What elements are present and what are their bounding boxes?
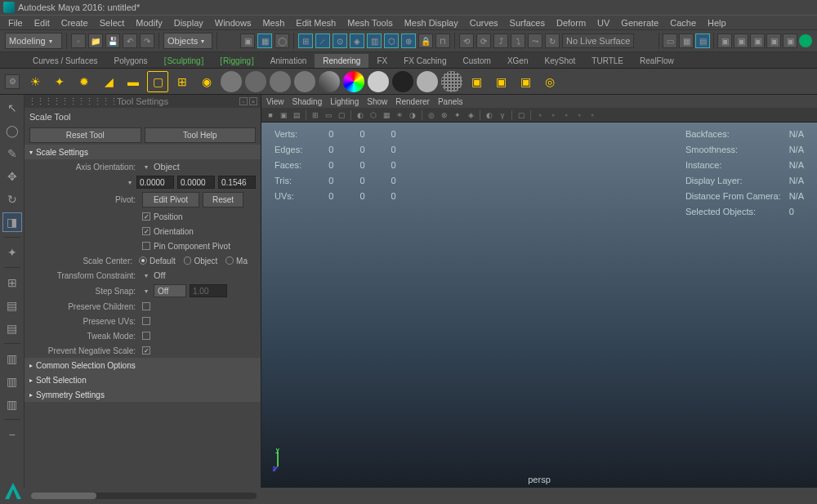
step-snap-value[interactable]: Off	[154, 284, 186, 297]
axis-orientation-value[interactable]: Object	[154, 162, 180, 172]
preserve-children-checkbox[interactable]	[142, 302, 150, 310]
vp-texture-icon[interactable]: ▦	[381, 109, 392, 121]
transform-constraint-chevron-icon[interactable]: ▾	[142, 272, 150, 279]
snap-live-icon[interactable]: ⬡	[384, 33, 399, 48]
sync-icon[interactable]: ↻	[545, 33, 560, 48]
live-surface-field[interactable]: No Live Surface	[562, 33, 634, 48]
texture-checker-icon[interactable]	[441, 71, 462, 92]
sphere-icon[interactable]: ◉	[196, 71, 217, 92]
pin-component-checkbox[interactable]	[142, 242, 150, 250]
vp-camera-icon[interactable]: ■	[265, 109, 276, 121]
scale-center-default-radio[interactable]	[139, 256, 147, 265]
panel-header[interactable]: ⋮⋮⋮⋮⋮⋮⋮⋮⋮⋮⋮⋮ Tool Settings ▫×	[25, 95, 261, 108]
menu-edit-mesh[interactable]: Edit Mesh	[291, 17, 341, 29]
menu-deform[interactable]: Deform	[551, 17, 591, 29]
render-icon[interactable]: ▣	[717, 33, 732, 48]
open-scene-icon[interactable]: 📁	[88, 33, 103, 48]
vp-a4-icon[interactable]: ▫	[574, 109, 585, 121]
menu-display[interactable]: Display	[169, 17, 208, 29]
ipr-icon[interactable]: ▣	[734, 33, 748, 48]
light-point-icon[interactable]: ✹	[74, 71, 95, 92]
vp-exposure-icon[interactable]: ◐	[484, 109, 495, 121]
shelf-tab-xgen[interactable]: XGen	[499, 54, 537, 68]
reset-tool-button[interactable]: Reset Tool	[29, 127, 141, 143]
shelf-tab-rendering[interactable]: Rendering	[315, 54, 368, 68]
layout-single-icon[interactable]: ▭	[663, 33, 677, 48]
select-mask-icon[interactable]: ▣	[240, 33, 255, 48]
vp-shade-icon[interactable]: ◐	[355, 109, 366, 121]
snap-plane-icon[interactable]: ◈	[350, 33, 364, 48]
vp-image-icon[interactable]: ▤	[291, 109, 302, 121]
vp-a5-icon[interactable]: ▫	[587, 109, 598, 121]
layout-tool-icon[interactable]: ⊞	[2, 273, 22, 292]
vp-light-icon[interactable]: ☀	[394, 109, 405, 121]
render-settings-icon[interactable]: ▣	[750, 33, 765, 48]
light-area-icon[interactable]: ▬	[123, 71, 144, 92]
snap-curve-icon[interactable]: ⟋	[315, 33, 330, 48]
menu-windows[interactable]: Windows	[210, 17, 257, 29]
layout-outliner-icon[interactable]: ▤	[695, 33, 710, 48]
vp-film-icon[interactable]: ▭	[323, 109, 334, 121]
menu-uv[interactable]: UV	[592, 17, 614, 29]
shelf-tab-realflow[interactable]: RealFlow	[632, 54, 682, 68]
vp-menu-shading[interactable]: Shading	[292, 97, 323, 106]
shelf-tab-animation[interactable]: Animation	[262, 54, 315, 68]
menu-file[interactable]: File	[3, 17, 28, 29]
new-scene-icon[interactable]: ▫	[71, 33, 86, 48]
vp-isolate-icon[interactable]: ◎	[426, 109, 437, 121]
menu-edit[interactable]: Edit	[29, 17, 55, 29]
magnet-icon[interactable]: ⊓	[435, 33, 450, 48]
transform-constraint-value[interactable]: Off	[154, 270, 165, 280]
menu-help[interactable]: Help	[703, 17, 731, 29]
move-tool-icon[interactable]: ✥	[2, 167, 22, 186]
vp-gamma-icon[interactable]: γ	[497, 109, 508, 121]
shelf-tab-fx[interactable]: FX	[368, 54, 395, 68]
axis-orientation-chevron-icon[interactable]: ▾	[142, 163, 150, 171]
panel-tool-icon[interactable]: ▤	[2, 296, 22, 315]
menu-generate[interactable]: Generate	[616, 17, 663, 29]
menu-mesh-tools[interactable]: Mesh Tools	[342, 17, 397, 29]
vp-rect-icon[interactable]: ▢	[516, 109, 527, 121]
history-icon[interactable]: ⟲	[459, 33, 474, 48]
grid-icon[interactable]: ⊞	[172, 71, 193, 92]
ipr-render-icon[interactable]: ▣	[490, 71, 511, 92]
vp-menu-show[interactable]: Show	[367, 97, 387, 106]
menu-surfaces[interactable]: Surfaces	[505, 17, 550, 29]
save-scene-icon[interactable]: 💾	[105, 33, 120, 48]
dock-grip-icon[interactable]: ⋮⋮⋮⋮⋮⋮⋮⋮⋮⋮⋮⋮	[28, 96, 126, 107]
menu-select[interactable]: Select	[95, 17, 130, 29]
symmetry-settings-section[interactable]: Symmetry Settings	[25, 387, 261, 402]
snap-center-icon[interactable]: ⊕	[401, 33, 416, 48]
paint-select-tool-icon[interactable]: ✎	[2, 144, 22, 163]
panel-undock-icon[interactable]: ▫	[239, 97, 248, 105]
vp-bookmark-icon[interactable]: ▣	[278, 109, 289, 121]
menu-mesh-display[interactable]: Mesh Display	[400, 17, 463, 29]
material-phong-icon[interactable]	[270, 71, 291, 92]
shelf-tab-keyshot[interactable]: KeyShot	[537, 54, 584, 68]
orientation-checkbox[interactable]: ✓	[142, 227, 150, 235]
hypershade-icon[interactable]: ▣	[766, 33, 781, 48]
input-icon[interactable]: ⤴	[493, 33, 508, 48]
menu-create[interactable]: Create	[56, 17, 93, 29]
selection-mode-dropdown[interactable]: Objects	[163, 33, 212, 49]
menu-cache[interactable]: Cache	[665, 17, 701, 29]
menu-modify[interactable]: Modify	[131, 17, 167, 29]
vp-aa-icon[interactable]: ◈	[465, 109, 476, 121]
light-directional-icon[interactable]: ✦	[49, 71, 70, 92]
material-phong-e-icon[interactable]	[294, 71, 315, 92]
vp-a3-icon[interactable]: ▫	[560, 109, 572, 121]
panel-close-icon[interactable]: ×	[249, 97, 257, 105]
lock-icon[interactable]: 🔒	[418, 33, 433, 48]
render-view-icon[interactable]: ▣	[466, 71, 487, 92]
shelf-tab-rigging[interactable]: Rigging	[212, 54, 261, 68]
shelf-tab-turtle[interactable]: TURTLE	[583, 54, 632, 68]
hypergraph-tool-icon[interactable]: ▥	[2, 395, 22, 414]
coord-z-input[interactable]	[218, 176, 256, 189]
material-ramp-icon[interactable]	[319, 71, 340, 92]
last-tool-icon[interactable]: ✦	[2, 243, 22, 262]
vp-shadow-icon[interactable]: ◑	[407, 109, 418, 121]
output-icon[interactable]: ⤵	[511, 33, 525, 48]
scale-settings-section[interactable]: Scale Settings	[25, 145, 261, 159]
target-render-icon[interactable]: ◎	[539, 71, 560, 92]
tweak-mode-checkbox[interactable]	[142, 332, 150, 340]
